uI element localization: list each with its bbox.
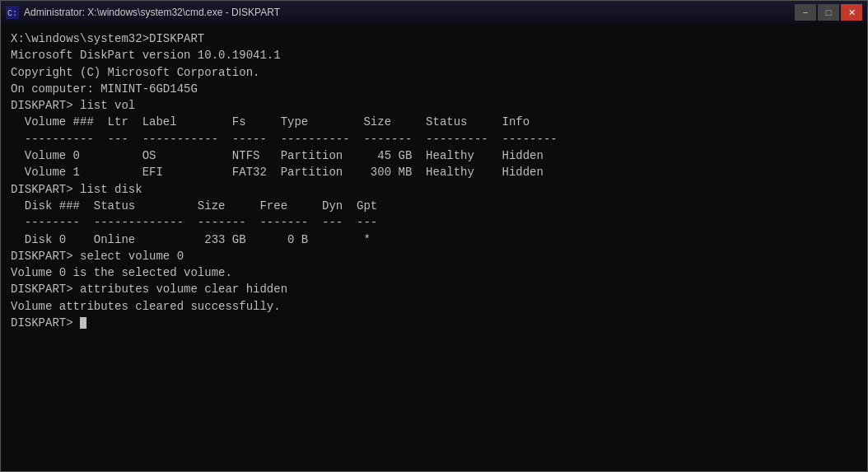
- console-line: Disk 0 Online 233 GB 0 B *: [11, 231, 857, 248]
- console-output[interactable]: X:\windows\system32>DISKPARTMicrosoft Di…: [1, 24, 867, 471]
- console-line: DISKPART> list disk: [11, 181, 857, 198]
- close-button[interactable]: ✕: [841, 4, 862, 21]
- cmd-icon: C:: [6, 6, 19, 19]
- console-line: ---------- --- ----------- ----- -------…: [11, 131, 857, 147]
- console-line: DISKPART> list vol: [11, 97, 857, 114]
- svg-text:C:: C:: [7, 9, 17, 18]
- cursor-blink: [80, 317, 86, 329]
- cmd-window: C: Administrator: X:\windows\system32\cm…: [0, 0, 868, 472]
- console-line: Copyright (C) Microsoft Corporation.: [11, 64, 857, 81]
- console-line: Volume attributes cleared successfully.: [11, 298, 857, 315]
- console-line: DISKPART>: [11, 315, 857, 331]
- console-line: -------- ------------- ------- ------- -…: [11, 214, 857, 231]
- console-line: Microsoft DiskPart version 10.0.19041.1: [11, 47, 857, 63]
- console-line: X:\windows\system32>DISKPART: [11, 30, 857, 47]
- console-line: Volume 0 is the selected volume.: [11, 264, 857, 281]
- console-line: DISKPART> attributes volume clear hidden: [11, 281, 857, 297]
- console-line: Volume 0 OS NTFS Partition 45 GB Healthy…: [11, 147, 857, 164]
- window-controls: − □ ✕: [795, 4, 862, 21]
- maximize-button[interactable]: □: [818, 4, 839, 21]
- console-line: On computer: MININT-6GD145G: [11, 81, 857, 97]
- console-line: Disk ### Status Size Free Dyn Gpt: [11, 198, 857, 214]
- window-title: Administrator: X:\windows\system32\cmd.e…: [24, 7, 795, 18]
- titlebar: C: Administrator: X:\windows\system32\cm…: [1, 1, 867, 24]
- console-line: Volume 1 EFI FAT32 Partition 300 MB Heal…: [11, 164, 857, 180]
- minimize-button[interactable]: −: [795, 4, 816, 21]
- console-line: DISKPART> select volume 0: [11, 248, 857, 264]
- console-line: Volume ### Ltr Label Fs Type Size Status…: [11, 114, 857, 130]
